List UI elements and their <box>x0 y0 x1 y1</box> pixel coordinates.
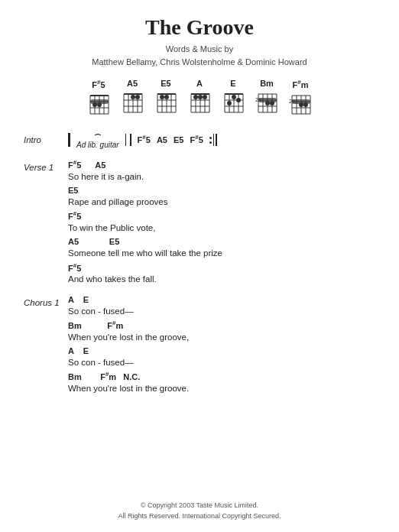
chord-a5: A5 <box>119 79 145 115</box>
svg-point-43 <box>193 95 198 99</box>
svg-point-21 <box>131 95 135 99</box>
intro-chord-4: F#5 <box>190 132 203 147</box>
verse1-line4: A5 E5 Someone tell me who will take the … <box>68 236 375 259</box>
footer-line2: All Rights Reserved. International Copyr… <box>0 511 399 522</box>
verse1-line5: F#5 And who takes the fall. <box>68 262 375 286</box>
svg-point-68 <box>265 101 270 105</box>
ad-lib-container: ⌢ Ad lib. guitar <box>76 129 119 151</box>
chord-e5: E5 <box>153 79 179 115</box>
verse1-lyrics: F#5 A5 So here it is a-gain. E5 Rape and… <box>68 159 375 288</box>
chords-row: F#5 <box>86 79 313 117</box>
verse1-line1: F#5 A5 So here it is a-gain. <box>68 159 375 183</box>
svg-point-45 <box>203 95 207 99</box>
verse1-line3: F#5 To win the Public vote, <box>68 210 375 234</box>
verse1-line2: E5 Rape and pillage prooves <box>68 185 375 208</box>
intro-section: Intro ⌢ Ad lib. guitar F#5 A5 E5 F#5 <box>24 129 375 151</box>
ad-lib-text: Ad lib. guitar <box>76 138 119 151</box>
chorus1-line1: A E So con - fused— <box>68 294 375 317</box>
svg-point-69 <box>270 101 274 105</box>
svg-point-57 <box>236 98 241 102</box>
svg-point-32 <box>160 95 164 99</box>
chorus1-line4: Bm F#m N.C. When you're lost in the groo… <box>68 371 375 394</box>
chorus1-label: Chorus 1 <box>24 294 68 397</box>
intro-label: Intro <box>24 131 68 148</box>
svg-point-33 <box>164 95 169 99</box>
svg-text:2fr: 2fr <box>289 99 296 104</box>
chorus1-section: Chorus 1 A E So con - fused— Bm F#m When… <box>24 294 375 397</box>
subtitle: Words & Music by Matthew Bellamy, Chris … <box>92 43 307 68</box>
verse1-section: Verse 1 F#5 A5 So here it is a-gain. E5 … <box>24 159 375 288</box>
footer: © Copyright 2003 Taste Music Limited. Al… <box>0 501 399 521</box>
sheet-content: Intro ⌢ Ad lib. guitar F#5 A5 E5 F#5 <box>24 129 375 397</box>
chord-fsharp-m: F#m 2fr <box>287 79 313 117</box>
intro-chord-3: E5 <box>174 133 183 148</box>
chord-a: A <box>187 79 212 115</box>
verse1-label: Verse 1 <box>24 159 68 288</box>
footer-line1: © Copyright 2003 Taste Music Limited. <box>0 501 399 511</box>
svg-rect-11 <box>90 99 109 104</box>
page-title: The Groove <box>145 15 254 40</box>
svg-point-55 <box>232 95 236 99</box>
chorus1-lyrics: A E So con - fused— Bm F#m When you're l… <box>68 294 375 397</box>
svg-point-81 <box>299 102 303 107</box>
svg-text:2fr: 2fr <box>255 97 262 102</box>
chord-bm: Bm 2fr <box>254 79 280 115</box>
repeat-end <box>209 134 217 146</box>
fermata-arc: ⌢ <box>94 129 102 138</box>
intro-chord-2: A5 <box>157 133 167 148</box>
chord-e: E <box>220 79 246 115</box>
intro-bar: ⌢ Ad lib. guitar F#5 A5 E5 F#5 <box>68 129 217 151</box>
chorus1-line3: A E So con - fused— <box>68 345 375 368</box>
svg-point-44 <box>198 95 203 99</box>
chorus1-line2: Bm F#m When you're lost in the groove, <box>68 320 375 343</box>
svg-point-82 <box>303 102 308 107</box>
intro-chord-1: F#5 <box>138 132 151 147</box>
svg-point-56 <box>227 101 232 105</box>
barline-start <box>68 133 70 147</box>
chord-f5: F#5 <box>86 79 112 117</box>
svg-point-22 <box>135 95 140 99</box>
